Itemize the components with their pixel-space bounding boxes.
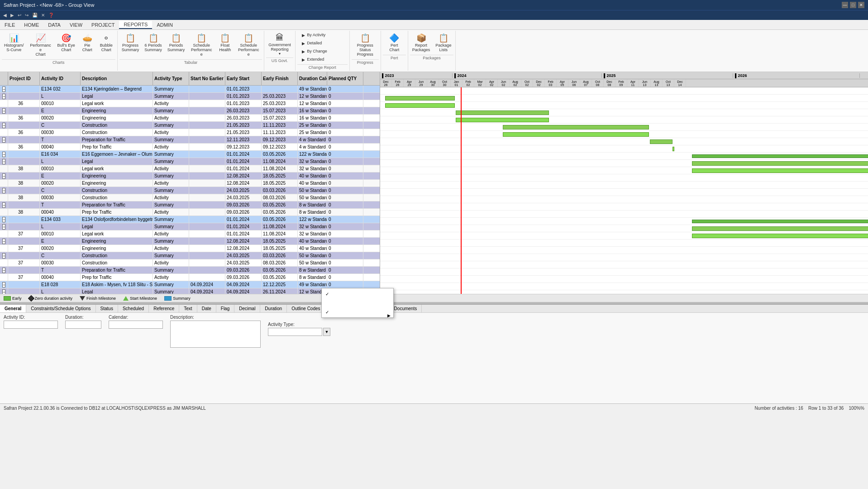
ribbon-bullseye-button[interactable]: 🎯 Bull's EyeChart: [55, 32, 77, 58]
tab-duration[interactable]: Duration: [260, 305, 287, 312]
table-row[interactable]: 38 00020 Engineering Activity 12.08.2024…: [0, 180, 380, 187]
menu-reports[interactable]: REPORTS: [119, 21, 152, 29]
ctx-resources[interactable]: [322, 299, 393, 303]
quick-undo-button[interactable]: ↩: [16, 12, 23, 18]
table-row[interactable]: 36 00010 Legal work Activity 01.01.2023 …: [0, 100, 380, 107]
table-row[interactable]: 36 00040 Prep for Traffic Activity 09.12…: [0, 144, 380, 151]
expand-button[interactable]: −: [2, 282, 5, 288]
table-row[interactable]: 38 00040 Prep for Traffic Activity 09.03…: [0, 209, 380, 216]
gantt-bar[interactable]: [456, 110, 549, 115]
calendar-input[interactable]: [109, 321, 163, 329]
menu-file[interactable]: FILE: [0, 21, 19, 29]
quick-back-button[interactable]: ◀: [2, 12, 8, 18]
table-row[interactable]: − L Legal Summary 01.01.2024 11.08.2024 …: [0, 223, 380, 230]
ribbon-histogram-button[interactable]: 📊 Histogram/S-Curve: [2, 32, 26, 58]
menu-project[interactable]: PROJECT: [87, 21, 119, 29]
table-row[interactable]: − E16 034 E16 Eggemoen – Jevnaker – Olum…: [0, 151, 380, 158]
ribbon-by-activity-button[interactable]: ▶ By Activity: [300, 32, 345, 39]
gantt-bar[interactable]: [503, 125, 649, 129]
maximize-button[interactable]: □: [850, 2, 856, 8]
tab-decimal[interactable]: Decimal: [234, 305, 260, 312]
tab-outline-codes[interactable]: Outline Codes: [287, 305, 325, 312]
expand-button[interactable]: −: [2, 137, 5, 143]
table-row[interactable]: − E18 028 E18 Askim - Mysen, fv 118 Slit…: [0, 281, 380, 288]
gantt-bar[interactable]: [692, 226, 868, 231]
gantt-bar[interactable]: [650, 139, 672, 144]
menu-home[interactable]: HOME: [19, 21, 43, 29]
table-row[interactable]: 38 00030 Construction Activity 24.03.202…: [0, 194, 380, 201]
expand-button[interactable]: −: [2, 152, 5, 157]
expand-button[interactable]: −: [2, 289, 5, 294]
quick-help-button[interactable]: ❓: [47, 12, 55, 18]
duration-input[interactable]: [65, 321, 101, 329]
ctx-legend[interactable]: [322, 310, 393, 314]
activity-id-input[interactable]: [4, 321, 58, 329]
table-row[interactable]: − E134 032 E134 Kjøringdalen – Bøgrend S…: [0, 86, 380, 93]
table-row[interactable]: 37 00040 Prep for Traffic Activity 09.03…: [0, 274, 380, 281]
menu-view[interactable]: VIEW: [65, 21, 87, 29]
tab-flag[interactable]: Flag: [216, 305, 234, 312]
table-row[interactable]: − C Construction Summary 24.03.2025 03.0…: [0, 252, 380, 259]
table-row[interactable]: − T Preparation for Traffic Summary 12.1…: [0, 136, 380, 144]
activity-type-input[interactable]: [268, 328, 322, 336]
description-textarea[interactable]: [170, 321, 261, 348]
expand-button[interactable]: −: [2, 202, 5, 208]
menu-admin[interactable]: ADMIN: [152, 21, 177, 29]
tab-constraints[interactable]: Constraints/Schedule Options: [26, 305, 95, 312]
quick-redo-button[interactable]: ↪: [24, 12, 30, 18]
table-row[interactable]: 36 00020 Engineering Activity 26.03.2023…: [0, 115, 380, 122]
table-row[interactable]: − E Engineering Summary 26.03.2023 15.07…: [0, 107, 380, 115]
quick-save-button[interactable]: 💾: [31, 12, 39, 18]
ribbon-6periods-button[interactable]: 📋 6 PeriodsSummary: [142, 32, 164, 58]
ribbon-by-change-button[interactable]: ▶ By Change: [300, 48, 345, 55]
gantt-bar[interactable]: [503, 132, 649, 137]
table-row[interactable]: − E Engineering Summary 12.08.2024 18.05…: [0, 173, 380, 180]
gantt-bar[interactable]: [672, 147, 674, 151]
minimize-button[interactable]: —: [842, 2, 848, 8]
ribbon-gov-reporting-button[interactable]: 🏛 GovernmentReporting ▼: [266, 32, 293, 57]
ribbon-schedule-perf2-button[interactable]: 📋 SchedulePerformance: [235, 32, 262, 58]
table-row[interactable]: − L Legal Summary 01.01.2024 11.08.2024 …: [0, 158, 380, 165]
ribbon-progress-status-button[interactable]: 📋 ProgressStatus Progress: [352, 32, 379, 58]
expand-button[interactable]: −: [2, 188, 5, 193]
quick-close-button[interactable]: ✕: [40, 12, 46, 18]
tab-scheduled[interactable]: Scheduled: [118, 305, 149, 312]
ribbon-pert-chart-button[interactable]: 🔷 PertChart: [385, 32, 403, 54]
expand-button[interactable]: −: [2, 239, 5, 244]
table-row[interactable]: 38 00010 Legal work Activity 01.01.2024 …: [0, 165, 380, 173]
menu-data[interactable]: DATA: [43, 21, 65, 29]
ctx-open-new-window[interactable]: [322, 314, 393, 317]
gantt-bar[interactable]: [692, 161, 868, 166]
expand-button[interactable]: −: [2, 94, 5, 99]
ctx-link-info[interactable]: [322, 296, 393, 299]
ctx-activity-info[interactable]: [322, 292, 393, 296]
table-row[interactable]: 37 00030 Construction Activity 24.03.202…: [0, 259, 380, 267]
ribbon-pie-button[interactable]: 🥧 PieChart: [78, 32, 96, 58]
table-row[interactable]: − T Preparation for Traffic Summary 09.0…: [0, 201, 380, 209]
ribbon-bubble-button[interactable]: ⚬ BubbleChart: [97, 32, 115, 58]
table-row[interactable]: − L Legal Summary 01.01.2023 25.03.2023 …: [0, 93, 380, 100]
tab-text[interactable]: Text: [179, 305, 197, 312]
expand-button[interactable]: −: [2, 268, 5, 273]
ribbon-performance-button[interactable]: 📈 PerformanceChart: [27, 32, 54, 58]
ribbon-package-lists-button[interactable]: 📋 PackageLists: [433, 32, 453, 54]
expand-button[interactable]: −: [2, 159, 5, 164]
gantt-bar[interactable]: [692, 154, 868, 158]
ribbon-detailed-button[interactable]: ▶ Detailed: [300, 40, 345, 47]
gantt-bar[interactable]: [692, 168, 868, 173]
ribbon-schedule-performance-button[interactable]: 📋 SchedulePerformance: [188, 32, 215, 58]
ribbon-float-health-button[interactable]: 📋 FloatHealth: [216, 32, 234, 58]
tab-reference[interactable]: Reference: [149, 305, 179, 312]
expand-button[interactable]: −: [2, 253, 5, 259]
expand-button[interactable]: −: [2, 86, 5, 92]
gantt-bar[interactable]: [385, 96, 455, 101]
expand-button[interactable]: −: [2, 217, 5, 222]
ctx-histogram[interactable]: [322, 303, 393, 307]
table-row[interactable]: − E Engineering Summary 12.08.2024 18.05…: [0, 238, 380, 245]
quick-forward-button[interactable]: ▶: [9, 12, 15, 18]
gantt-bar[interactable]: [456, 118, 549, 122]
gantt-bar[interactable]: [692, 234, 868, 238]
ribbon-progress-summary-button[interactable]: 📋 ProgressSummary: [119, 32, 142, 58]
table-row[interactable]: 37 00010 Legal work Activity 01.01.2024 …: [0, 230, 380, 238]
ribbon-report-packages-button[interactable]: 📦 ReportPackages: [410, 32, 433, 54]
